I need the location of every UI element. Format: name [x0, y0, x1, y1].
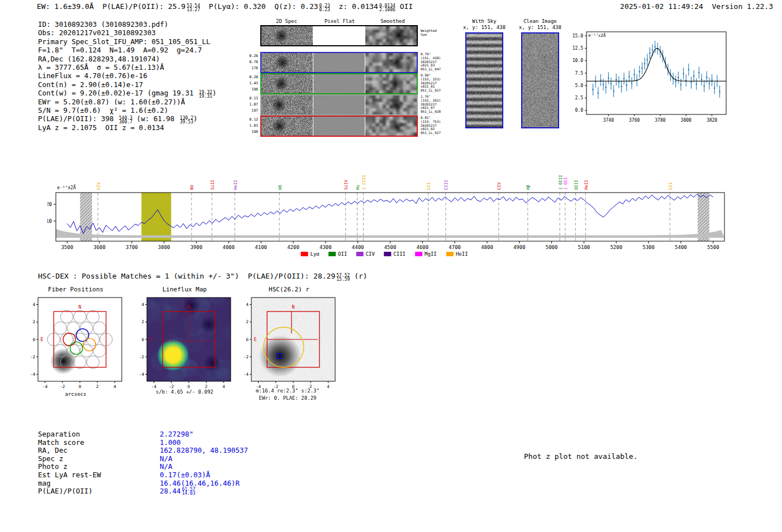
match-row: Est LyA rest-EW0.17(±0.03)Å — [38, 471, 248, 480]
match-table: Separation2.27298"Match score1.000RA, De… — [38, 430, 248, 496]
svg-text:CII: CII — [668, 182, 673, 190]
svg-text:-2: -2 — [139, 354, 144, 360]
svg-text:20: 20 — [47, 202, 52, 207]
svg-text:15.0: 15.0 — [573, 33, 583, 39]
withsky-title: With Sky — [464, 18, 505, 24]
svg-text:-4: -4 — [30, 372, 36, 377]
svg-text:5500: 5500 — [707, 245, 719, 250]
value: 25.9 — [168, 2, 185, 11]
svg-text:4200: 4200 — [287, 245, 299, 250]
info-line: Cont(w) = 9.20(±0.02)e-17 (gmag 19.31 19… — [38, 89, 217, 97]
svg-text:SiII: SiII — [210, 180, 215, 190]
svg-text:4000: 4000 — [223, 245, 235, 250]
svg-text:E: E — [254, 337, 257, 342]
text-segment: P(LAE)/P(OII): 398 — [38, 114, 118, 123]
svg-text:5200: 5200 — [610, 245, 622, 250]
cleanimage-image — [521, 32, 559, 128]
text-segment: P(Lyα): 0.320 Q(z): — [200, 2, 301, 11]
svg-text:4400: 4400 — [352, 245, 364, 250]
svg-text:Hγ: Hγ — [355, 184, 360, 190]
svg-text:0: 0 — [32, 337, 35, 342]
svg-text:-2: -2 — [60, 384, 65, 389]
svg-text:-4: -4 — [42, 384, 48, 389]
fiber-map-title: Fiber Positions — [21, 286, 130, 293]
svg-text:5000: 5000 — [546, 245, 558, 250]
svg-text:4300: 4300 — [320, 245, 332, 250]
stacked-range: 57.5215.59 — [336, 274, 350, 281]
cutout-row-stat: 0.260.78178 — [241, 52, 258, 71]
match-row: Spec zN/A — [38, 455, 248, 463]
svg-text:SiIV: SiIV — [344, 179, 349, 190]
text-segment: OII — [395, 2, 413, 11]
cutout-cell-pixelflat — [313, 95, 365, 114]
cutout-cell-pixelflat — [313, 26, 365, 45]
match-row: P(LAE)/P(OII)28.4461.5714.03 — [38, 487, 248, 496]
svg-text:3700: 3700 — [126, 245, 138, 250]
cutout-row-annotation: WeightedSum — [421, 29, 460, 37]
match-field-label: Match score — [38, 439, 160, 447]
svg-text:OIII: OIII — [574, 180, 579, 190]
info-line: ID: 3010892303 (3010892303.pdf) — [38, 20, 217, 28]
cutout-cell-2dspec — [261, 26, 313, 45]
text-segment: Primary Spec_Slot_IFU_AMP: 051_105_051_L… — [38, 37, 211, 46]
svg-text:3780: 3780 — [655, 118, 665, 123]
cutout-row-stat: 0.201.43198 — [241, 73, 258, 93]
svg-text:4: 4 — [113, 384, 116, 389]
cutout-cell-pixelflat — [313, 74, 365, 93]
summary-header: EW: 1.6±39.0Å P(LAE)/P(OII): 25.953.5413… — [37, 2, 413, 12]
value: 28.29 — [313, 272, 335, 280]
svg-text:HeII: HeII — [233, 180, 238, 190]
stacked-range: 19.3219.31 — [199, 90, 212, 98]
info-line: RA,Dec (162.828293,48.191074) — [38, 55, 217, 63]
svg-text:-2: -2 — [169, 384, 174, 389]
match-field-label: RA, Dec — [38, 447, 160, 455]
svg-text:2: 2 — [32, 319, 35, 324]
match-field-label: Separation — [38, 430, 160, 439]
match-field-label: Est LyA rest-EW — [38, 471, 160, 480]
text-segment: (r) — [350, 272, 367, 280]
svg-text:0: 0 — [188, 384, 190, 389]
svg-text:N: N — [79, 305, 82, 310]
cutout-cell-smoothed — [365, 26, 417, 45]
stacked-range: 53.5413.27 — [187, 4, 200, 12]
hsc-cutout-overlay: -4-4-2-2002244NE — [235, 295, 344, 391]
cutout-cell-smoothed — [365, 95, 417, 114]
svg-text:-4: -4 — [139, 372, 145, 377]
text-segment: LineFlux = 4.70(±0.76)e-16 — [38, 71, 147, 80]
svg-text:5400: 5400 — [675, 245, 687, 250]
svg-text:e⁻¹⁷x2Å: e⁻¹⁷x2Å — [588, 33, 606, 38]
svg-text:0: 0 — [141, 337, 144, 342]
svg-text:3800: 3800 — [158, 245, 170, 250]
withsky-coords: x, y: 151, 438 — [454, 25, 514, 30]
svg-text:3500: 3500 — [61, 245, 73, 250]
text-segment: λ = 3777.65Å σ = 5.67(±1.13)Å — [38, 63, 164, 71]
svg-text:7.5: 7.5 — [575, 71, 584, 76]
cutout-column-header-2dspec: 2D Spec — [260, 18, 313, 24]
line-fit-plot: 0.02.55.07.510.012.515.03740376037803800… — [561, 27, 740, 128]
text-segment: Obs: 20201217v021_3010892303 — [38, 28, 156, 37]
text-segment: ID: 3010892303 (3010892303.pdf) — [38, 20, 168, 28]
hsc-match-heading: HSC-DEX : Possible Matches = 1 (within +… — [38, 271, 368, 281]
svg-text:0: 0 — [246, 337, 249, 342]
svg-text:4100: 4100 — [255, 245, 267, 250]
svg-text:2: 2 — [96, 384, 99, 389]
stacked-range: 0.230.23 — [320, 4, 330, 12]
text-segment: Cont(n) = 2.90(±0.14)e-17 — [38, 80, 143, 89]
svg-text:10: 10 — [47, 218, 52, 224]
cutout-row-annotations: WeightedSum0.79"(151, 438)20201217v021_0… — [421, 25, 461, 137]
match-field-value: 1.000 — [160, 439, 181, 447]
svg-text:4600: 4600 — [416, 245, 428, 250]
svg-text:CIV: CIV — [96, 182, 101, 190]
svg-text:CIII: CIII — [393, 251, 406, 257]
cutout-row-annotation: 0.79"(151, 438)20201217v021_03051_LL_047 — [421, 52, 460, 71]
lineflux-caption: s/b: 4.65 +/- 0.092 — [130, 389, 239, 395]
svg-text:3820: 3820 — [707, 118, 717, 123]
svg-text:E: E — [150, 337, 152, 342]
svg-text:2: 2 — [205, 384, 208, 389]
cutout-cell-smoothed — [365, 74, 417, 93]
stacked-range: 130.239.53 — [180, 116, 193, 124]
fiber-map-xlabel: arcsecs — [21, 391, 130, 397]
svg-text:N: N — [292, 305, 295, 310]
svg-text:5.0: 5.0 — [575, 83, 584, 88]
svg-text:e⁻¹⁷x2Å: e⁻¹⁷x2Å — [57, 184, 76, 190]
